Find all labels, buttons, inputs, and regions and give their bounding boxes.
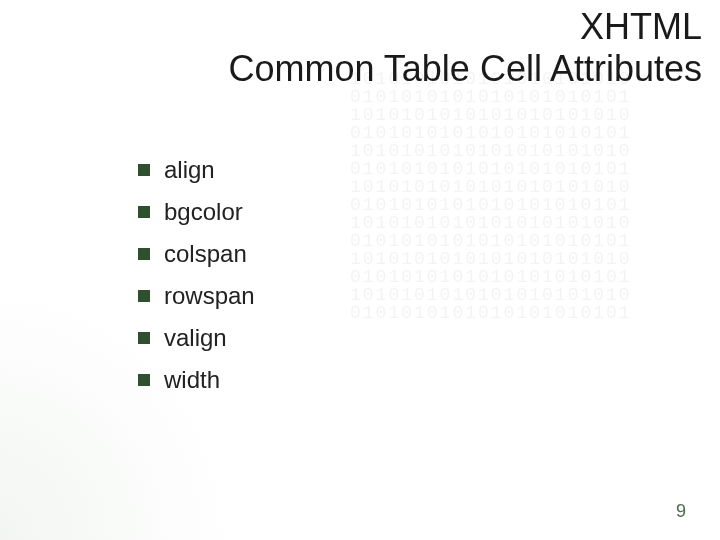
bullet-text: width: [164, 366, 220, 394]
bullet-text: bgcolor: [164, 198, 243, 226]
title-line-2: Common Table Cell Attributes: [228, 48, 702, 89]
bullet-list: align bgcolor colspan rowspan valign wid…: [138, 156, 255, 408]
list-item: colspan: [138, 240, 255, 268]
bullet-icon: [138, 206, 150, 218]
bullet-icon: [138, 248, 150, 260]
bullet-text: valign: [164, 324, 227, 352]
slide: 1010101010101010101010 01010101010101010…: [0, 0, 720, 540]
list-item: rowspan: [138, 282, 255, 310]
bullet-icon: [138, 332, 150, 344]
bullet-icon: [138, 164, 150, 176]
bullet-text: colspan: [164, 240, 247, 268]
page-number: 9: [676, 501, 686, 522]
list-item: valign: [138, 324, 255, 352]
list-item: width: [138, 366, 255, 394]
bullet-text: rowspan: [164, 282, 255, 310]
list-item: align: [138, 156, 255, 184]
bullet-icon: [138, 290, 150, 302]
title-line-1: XHTML: [580, 6, 702, 47]
background-binary-texture: 1010101010101010101010 01010101010101010…: [350, 70, 720, 350]
slide-title: XHTML Common Table Cell Attributes: [0, 6, 702, 90]
bullet-icon: [138, 374, 150, 386]
bullet-text: align: [164, 156, 215, 184]
list-item: bgcolor: [138, 198, 255, 226]
